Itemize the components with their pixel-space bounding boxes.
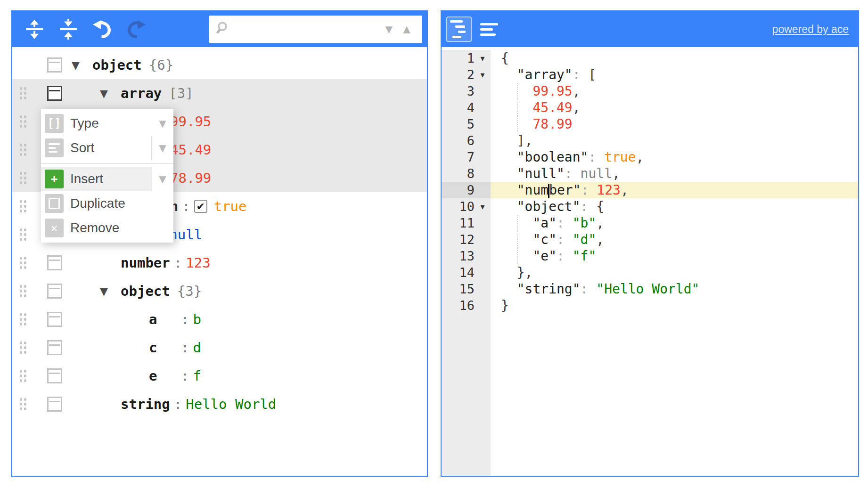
node-menu-button[interactable] [47, 312, 62, 327]
compact-button[interactable] [476, 16, 502, 42]
drag-handle-icon[interactable] [19, 171, 27, 185]
tree-row[interactable]: ▼array[3] [12, 79, 427, 107]
tree-row[interactable]: ▼object{6} [12, 51, 427, 79]
gutter-cell[interactable]: 8 [442, 165, 491, 182]
expand-triangle-icon[interactable]: ▼ [72, 59, 92, 71]
tree-row[interactable]: ▼object{3} [12, 277, 427, 305]
code-line[interactable]: 4 45.49, [442, 99, 858, 116]
context-menu-item-duplicate[interactable]: Duplicate [41, 191, 173, 216]
gutter-cell[interactable]: 13 [442, 248, 491, 264]
code-line[interactable]: 8 "null": null, [442, 165, 858, 182]
format-button[interactable] [446, 16, 472, 42]
code-line[interactable]: 10▾ "object": { [442, 198, 858, 215]
drag-handle-icon[interactable] [19, 341, 27, 355]
fold-arrow-icon[interactable]: ▾ [475, 198, 491, 215]
code-text[interactable]: "a": "b", [491, 215, 858, 231]
tree-value[interactable]: 78.99 [170, 170, 211, 186]
collapse-all-button[interactable] [57, 17, 80, 41]
submenu-arrow-icon[interactable]: ▼ [152, 111, 173, 136]
code-text[interactable]: "number": 123, [491, 182, 858, 198]
drag-handle-icon[interactable] [19, 284, 27, 298]
code-line[interactable]: 13 "e": "f" [442, 248, 858, 264]
boolean-checkbox[interactable]: ✔ [194, 200, 207, 213]
expand-all-button[interactable] [23, 17, 46, 41]
tree-field[interactable]: a [149, 311, 177, 327]
undo-button[interactable] [90, 17, 114, 41]
drag-handle-icon[interactable] [19, 143, 27, 157]
tree-value[interactable]: b [193, 311, 201, 327]
code-line[interactable]: 2▾ "array": [ [442, 66, 858, 83]
node-menu-button[interactable] [47, 397, 62, 412]
fold-arrow-icon[interactable]: ▾ [475, 66, 491, 83]
tree-value[interactable]: 99.95 [170, 114, 211, 130]
gutter-cell[interactable]: 1▾ [442, 50, 491, 66]
gutter-cell[interactable]: 11 [442, 215, 491, 231]
code-line[interactable]: 6 ], [442, 132, 858, 149]
code-line[interactable]: 11 "a": "b", [442, 215, 858, 231]
tree-row[interactable]: string:Hello World [12, 390, 427, 418]
gutter-cell[interactable]: 7 [442, 149, 491, 165]
tree-field[interactable]: array [121, 85, 162, 101]
code-text[interactable]: "object": { [491, 198, 858, 215]
drag-handle-icon[interactable] [19, 228, 27, 242]
ace-editor[interactable]: 1▾{2▾ "array": [3 99.95,4 45.49,5 78.996… [442, 47, 858, 476]
tree-field[interactable]: e [149, 368, 177, 384]
drag-handle-icon[interactable] [19, 312, 27, 326]
tree-field[interactable]: string [121, 396, 170, 412]
code-line[interactable]: 14 }, [442, 264, 858, 281]
node-menu-button[interactable] [47, 57, 62, 73]
code-text[interactable]: { [491, 50, 858, 66]
tree-value[interactable]: 45.49 [170, 142, 211, 158]
gutter-cell[interactable]: 2▾ [442, 66, 491, 83]
gutter-cell[interactable]: 5 [442, 116, 491, 132]
expand-triangle-icon[interactable]: ▼ [100, 88, 121, 99]
code-text[interactable]: "boolean": true, [491, 149, 858, 165]
code-text[interactable]: "null": null, [491, 165, 858, 182]
code-line[interactable]: 5 78.99 [442, 116, 858, 132]
code-text[interactable]: 45.49, [491, 99, 858, 116]
drag-handle-icon[interactable] [19, 199, 27, 213]
gutter-cell[interactable]: 15 [442, 281, 491, 297]
drag-handle-icon[interactable] [19, 114, 27, 129]
code-line[interactable]: 1▾{ [442, 50, 858, 66]
context-menu-item-sort[interactable]: Sort▼ [41, 136, 173, 160]
fold-arrow-icon[interactable]: ▾ [475, 50, 491, 66]
drag-handle-icon[interactable] [19, 86, 27, 100]
context-menu-item-type[interactable]: []Type▼ [41, 111, 173, 136]
submenu-arrow-icon[interactable]: ▼ [151, 136, 173, 160]
gutter-cell[interactable]: 3 [442, 83, 491, 99]
tree-field[interactable]: c [149, 340, 177, 356]
code-line[interactable]: 3 99.95, [442, 83, 858, 99]
code-line[interactable]: 15 "string": "Hello World" [442, 281, 858, 297]
code-line[interactable]: 16} [442, 297, 858, 314]
tree-value[interactable]: null [169, 227, 202, 243]
code-text[interactable]: "c": "d", [491, 231, 858, 248]
code-line[interactable]: 9 "number": 123, [442, 182, 858, 198]
drag-handle-icon[interactable] [19, 397, 27, 411]
gutter-cell[interactable]: 10▾ [442, 198, 491, 215]
tree-value[interactable]: true [214, 198, 247, 214]
expand-triangle-icon[interactable]: ▼ [100, 285, 121, 297]
tree-field[interactable]: object [92, 57, 142, 73]
tree-value[interactable]: d [193, 340, 201, 356]
code-text[interactable]: "e": "f" [491, 248, 858, 264]
tree-row[interactable]: e:f [12, 362, 427, 390]
search-input[interactable] [231, 18, 380, 40]
tree-value[interactable]: f [193, 368, 201, 384]
node-menu-button[interactable] [47, 86, 62, 101]
code-text[interactable]: "string": "Hello World" [491, 281, 858, 297]
gutter-cell[interactable]: 14 [442, 264, 491, 281]
gutter-cell[interactable]: 16 [442, 297, 491, 314]
code-text[interactable]: } [491, 297, 858, 314]
drag-handle-icon[interactable] [19, 256, 27, 270]
code-text[interactable]: "array": [ [491, 66, 858, 83]
tree-field[interactable]: object [121, 283, 170, 299]
code-text[interactable]: }, [491, 264, 858, 281]
powered-by-ace-link[interactable]: powered by ace [772, 23, 849, 36]
tree-field[interactable]: number [121, 255, 170, 271]
search-previous-icon[interactable]: ▲ [398, 23, 416, 35]
code-text[interactable]: 78.99 [491, 116, 858, 132]
tree-row[interactable]: a:b [12, 305, 427, 333]
gutter-cell[interactable]: 4 [442, 99, 491, 116]
tree-row[interactable]: c:d [12, 333, 427, 362]
